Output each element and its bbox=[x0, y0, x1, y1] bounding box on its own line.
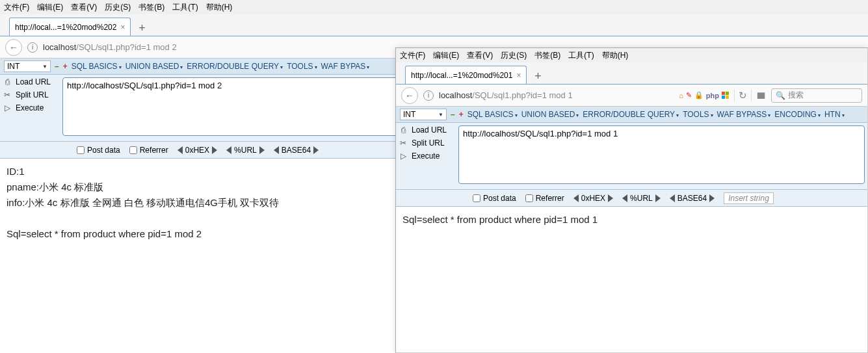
plus-icon[interactable]: + bbox=[63, 62, 68, 71]
split-url-button[interactable]: ✂Split URL bbox=[399, 138, 456, 148]
int-label: INT bbox=[403, 110, 415, 119]
b64-label: BASE64 bbox=[677, 194, 707, 203]
scissors-icon: ✂ bbox=[3, 90, 12, 99]
url-encode-button[interactable]: %URL bbox=[622, 194, 661, 203]
address-bar: ← i localhost/SQL/sql1.php?id=1 mod 1 ⌂ … bbox=[396, 85, 867, 107]
new-tab-button[interactable]: + bbox=[529, 68, 546, 84]
menu-file[interactable]: 文件(F) bbox=[4, 2, 29, 13]
search-icon: 🔍 bbox=[776, 91, 785, 100]
url-path: /SQL/sql1.php?id=1 mod 1 bbox=[472, 90, 572, 100]
play-icon: ▷ bbox=[399, 151, 408, 161]
bookmark-star-icon[interactable]: ⯀ bbox=[757, 90, 766, 101]
execute-button[interactable]: ▷Execute bbox=[3, 103, 60, 112]
plus-icon[interactable]: + bbox=[459, 110, 464, 119]
referrer-label: Referrer bbox=[536, 194, 564, 203]
postdata-checkbox[interactable]: Post data bbox=[473, 194, 516, 203]
browser-tab[interactable]: http://local...=1%20mod%201 × bbox=[405, 66, 527, 84]
browser-tab[interactable]: http://local...=1%20mod%202 × bbox=[9, 18, 131, 36]
menu-error-double[interactable]: ERROR/DOUBLE QUERY bbox=[583, 110, 679, 119]
site-info-icon[interactable]: i bbox=[423, 90, 434, 101]
new-tab-button[interactable]: + bbox=[133, 20, 150, 36]
page-content: Sql=select * from product where pid=1 mo… bbox=[396, 207, 867, 233]
back-button[interactable]: ← bbox=[401, 87, 418, 104]
menu-tools[interactable]: 工具(T) bbox=[568, 50, 594, 61]
hackbar-sidepanel: ⎙Load URL ✂Split URL ▷Execute bbox=[0, 75, 62, 141]
url-textarea[interactable] bbox=[458, 125, 865, 184]
chevron-down-icon: ▼ bbox=[42, 64, 47, 70]
ms-icon[interactable] bbox=[722, 92, 729, 99]
minus-icon[interactable]: – bbox=[451, 110, 455, 119]
load-label: Load URL bbox=[412, 125, 447, 135]
search-input[interactable]: 🔍 搜索 bbox=[771, 88, 862, 103]
menu-view[interactable]: 查看(V) bbox=[71, 2, 97, 13]
menubar: 文件(F) 编辑(E) 查看(V) 历史(S) 书签(B) 工具(T) 帮助(H… bbox=[396, 48, 867, 62]
chevron-down-icon: ▼ bbox=[438, 112, 443, 118]
menu-sql-basics[interactable]: SQL BASICS bbox=[467, 110, 518, 119]
menu-waf-bypass[interactable]: WAF BYPAS bbox=[321, 62, 370, 71]
url-display[interactable]: localhost/SQL/sql1.php?id=1 mod 1 bbox=[439, 90, 573, 100]
reload-button[interactable]: ↻ bbox=[734, 90, 752, 101]
tab-title: http://local...=1%20mod%202 bbox=[15, 23, 116, 32]
lock-icon[interactable]: 🔒 bbox=[694, 91, 704, 99]
split-label: Split URL bbox=[16, 90, 49, 99]
url-host: localhost bbox=[43, 42, 76, 52]
insert-string-field[interactable]: Insert string bbox=[724, 192, 774, 204]
menu-union-based[interactable]: UNION BASED bbox=[521, 110, 579, 119]
menu-view[interactable]: 查看(V) bbox=[467, 50, 493, 61]
search-placeholder: 搜索 bbox=[788, 90, 804, 101]
menu-waf-bypass[interactable]: WAF BYPASS bbox=[717, 110, 771, 119]
menu-tools[interactable]: 工具(T) bbox=[172, 2, 198, 13]
menu-error-double[interactable]: ERROR/DOUBLE QUERY bbox=[187, 62, 283, 71]
feather-icon[interactable]: ✎ bbox=[686, 91, 692, 99]
minus-icon[interactable]: – bbox=[55, 62, 59, 71]
referrer-checkbox[interactable]: Referrer bbox=[525, 194, 564, 203]
postdata-label: Post data bbox=[483, 194, 516, 203]
menu-tools[interactable]: TOOLS bbox=[287, 62, 317, 71]
menu-help[interactable]: 帮助(H) bbox=[206, 2, 233, 13]
back-button[interactable]: ← bbox=[5, 39, 22, 56]
hex-label: 0xHEX bbox=[185, 146, 209, 155]
tabbar: http://local...=1%20mod%201 × + bbox=[396, 62, 867, 85]
menu-history[interactable]: 历史(S) bbox=[501, 50, 527, 61]
b64-label: BASE64 bbox=[282, 146, 311, 155]
referrer-checkbox[interactable]: Referrer bbox=[129, 146, 168, 155]
load-url-button[interactable]: ⎙Load URL bbox=[3, 77, 60, 86]
close-icon[interactable]: × bbox=[516, 71, 521, 80]
hex-button[interactable]: 0xHEX bbox=[573, 194, 613, 203]
menu-file[interactable]: 文件(F) bbox=[400, 50, 425, 61]
url-display[interactable]: localhost/SQL/sql1.php?id=1 mod 2 bbox=[43, 42, 177, 52]
menu-encoding[interactable]: ENCODING bbox=[774, 110, 821, 119]
php-icon[interactable]: php bbox=[706, 92, 719, 99]
hex-label: 0xHEX bbox=[581, 194, 605, 203]
url-encode-button[interactable]: %URL bbox=[226, 146, 265, 155]
postdata-checkbox[interactable]: Post data bbox=[77, 146, 120, 155]
close-icon[interactable]: × bbox=[120, 23, 125, 32]
execute-button[interactable]: ▷Execute bbox=[399, 151, 456, 161]
url-path: /SQL/sql1.php?id=1 mod 2 bbox=[76, 42, 176, 52]
tab-title: http://local...=1%20mod%201 bbox=[411, 71, 512, 80]
menu-html[interactable]: HTN bbox=[824, 110, 845, 119]
int-select[interactable]: INT▼ bbox=[4, 60, 51, 72]
int-label: INT bbox=[7, 62, 20, 71]
menu-bookmarks[interactable]: 书签(B) bbox=[534, 50, 560, 61]
menu-history[interactable]: 历史(S) bbox=[105, 2, 131, 13]
menu-sql-basics[interactable]: SQL BASICS bbox=[72, 62, 122, 71]
menu-union-based[interactable]: UNION BASED bbox=[125, 62, 183, 71]
urlenc-label: %URL bbox=[234, 146, 257, 155]
menu-edit[interactable]: 编辑(E) bbox=[37, 2, 63, 13]
menu-edit[interactable]: 编辑(E) bbox=[433, 50, 459, 61]
urlenc-label: %URL bbox=[630, 194, 653, 203]
base64-button[interactable]: BASE64 bbox=[274, 146, 319, 155]
site-info-icon[interactable]: i bbox=[27, 42, 38, 53]
load-icon: ⎙ bbox=[399, 125, 408, 135]
split-url-button[interactable]: ✂Split URL bbox=[3, 90, 60, 99]
int-select[interactable]: INT▼ bbox=[400, 109, 447, 120]
menu-help[interactable]: 帮助(H) bbox=[602, 50, 629, 61]
hex-button[interactable]: 0xHEX bbox=[178, 146, 217, 155]
split-label: Split URL bbox=[412, 138, 445, 148]
home-icon[interactable]: ⌂ bbox=[679, 92, 683, 99]
base64-button[interactable]: BASE64 bbox=[670, 194, 715, 203]
menu-bookmarks[interactable]: 书签(B) bbox=[138, 2, 164, 13]
menu-tools[interactable]: TOOLS bbox=[683, 110, 713, 119]
load-url-button[interactable]: ⎙Load URL bbox=[399, 125, 456, 135]
